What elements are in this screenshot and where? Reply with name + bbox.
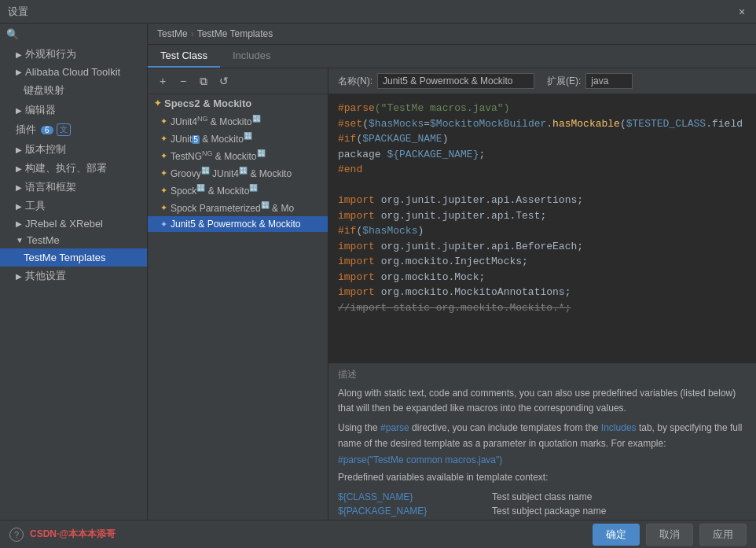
desc-text2: Using the #parse directive, you can incl… [338, 421, 747, 451]
name-field: 名称(N): [338, 73, 534, 89]
sidebar-item-jrebel[interactable]: ▶ JRebel & XRebel [0, 215, 147, 232]
sidebar-item-editor[interactable]: ▶ 编辑器 [0, 101, 147, 120]
item-label: Spock Parameterized🔣 & Mo [171, 201, 294, 214]
search-icon: 🔍 [6, 28, 19, 40]
sidebar-item-testme-templates[interactable]: TestMe Templates [0, 248, 147, 267]
tab-test-class[interactable]: Test Class [148, 45, 220, 68]
item-icon: ✦ [160, 168, 167, 178]
chevron-icon: ▶ [16, 272, 22, 281]
name-input[interactable] [377, 73, 534, 89]
item-icon: ✦ [160, 186, 167, 196]
help-button[interactable]: ? [9, 528, 24, 542]
chevron-icon: ▶ [16, 202, 22, 211]
star-icon: ✦ [154, 98, 161, 108]
template-item-0[interactable]: ✦ JUnit4NG & Mockito🔣 [148, 112, 328, 130]
tab-includes[interactable]: Includes [220, 45, 283, 68]
item-icon: ✦ [160, 203, 167, 213]
code-line-9: import org.junit.jupiter.api.BeforeEach; [338, 239, 747, 255]
reset-button[interactable]: ↺ [215, 72, 233, 90]
main-content: 🔍 ▶ 外观和行为 ▶ Alibaba Cloud Toolkit 键盘映射 ▶… [0, 24, 756, 520]
parse-link: #parse [380, 422, 409, 433]
item-label: Spock🔣 & Mockito🔣 [171, 184, 258, 197]
search-bar: 🔍 [0, 24, 147, 45]
sidebar-item-label: TestMe [27, 234, 60, 246]
desc-text3: Predefined variables available in templa… [338, 470, 747, 485]
plugin-badge: 6 [41, 126, 53, 134]
sidebar-item-alibaba[interactable]: ▶ Alibaba Cloud Toolkit [0, 64, 147, 80]
item-label: JUnit5 & Mockito🔣 [171, 132, 252, 145]
sidebar-item-appearance[interactable]: ▶ 外观和行为 [0, 45, 147, 64]
watermark: CSDN·@本本本添哥 [30, 528, 116, 541]
template-item-5[interactable]: ✦ Spock Parameterized🔣 & Mo [148, 199, 328, 216]
template-group-label: Specs2 & Mockito [164, 97, 251, 109]
description-area: 描述 Along with static text, code and comm… [328, 362, 756, 520]
editor-header: 名称(N): 扩展(E): [328, 68, 756, 94]
code-editor[interactable]: #parse("TestMe macros.java") #set($hasMo… [328, 94, 756, 362]
code-line-8: #if($hasMocks) [338, 223, 747, 239]
includes-link: Includes [601, 422, 637, 433]
sidebar-item-keyboard[interactable]: 键盘映射 [0, 80, 147, 101]
plugin-badge-zh: 文 [57, 123, 71, 136]
code-line-2: #set($hasMocks=$MockitoMockBuilder.hasMo… [338, 116, 747, 132]
sidebar-item-other[interactable]: ▶ 其他设置 [0, 267, 147, 285]
copy-button[interactable]: ⧉ [195, 72, 212, 90]
chevron-icon: ▼ [16, 236, 24, 245]
extension-field: 扩展(E): [547, 73, 633, 89]
desc-var-row-0: ${CLASS_NAME} Test subject class name [338, 491, 747, 502]
desc-example: #parse("TestMe common macros.java") [338, 454, 747, 465]
chevron-icon: ▶ [16, 50, 22, 59]
sidebar-item-version[interactable]: ▶ 版本控制 [0, 140, 147, 159]
sidebar-item-label: 其他设置 [25, 269, 66, 283]
extension-input[interactable] [585, 73, 633, 89]
settings-window: 设置 × 🔍 ▶ 外观和行为 ▶ Alibaba Cloud Toolkit 键… [0, 0, 756, 548]
code-line-4: package ${PACKAGE_NAME}; [338, 147, 747, 163]
chevron-icon: ▶ [16, 164, 22, 173]
breadcrumb: TestMe › TestMe Templates [148, 24, 756, 45]
template-item-2[interactable]: ✦ TestNGNG & Mockito🔣 [148, 147, 328, 164]
sidebar-item-plugins[interactable]: 插件 6 文 [0, 120, 147, 140]
template-item-6[interactable]: ✦ Junit5 & Powermock & Mockito [148, 216, 328, 232]
desc-var-val-0: Test subject class name [492, 491, 592, 502]
code-line-5: #end [338, 162, 747, 178]
title-bar: 设置 × [0, 0, 756, 24]
sidebar-item-label: 工具 [25, 199, 46, 213]
template-item-1[interactable]: ✦ JUnit5 & Mockito🔣 [148, 130, 328, 147]
sidebar-item-label: TestMe Templates [24, 252, 106, 263]
chevron-icon: ▶ [16, 219, 22, 228]
item-label: Junit5 & Powermock & Mockito [171, 219, 300, 230]
close-button[interactable]: × [736, 6, 748, 18]
sidebar-item-label: JRebel & XRebel [25, 218, 103, 230]
sidebar: 🔍 ▶ 外观和行为 ▶ Alibaba Cloud Toolkit 键盘映射 ▶… [0, 24, 148, 520]
breadcrumb-root: TestMe [157, 28, 188, 39]
sidebar-item-label: 语言和框架 [25, 180, 76, 194]
template-group[interactable]: ✦ Specs2 & Mockito [148, 94, 328, 112]
desc-var-val-1: Test subject package name [492, 506, 606, 517]
template-item-4[interactable]: ✦ Spock🔣 & Mockito🔣 [148, 182, 328, 199]
sidebar-item-lang[interactable]: ▶ 语言和框架 [0, 178, 147, 197]
sidebar-item-label: 插件 [16, 123, 36, 137]
sidebar-item-label: 版本控制 [25, 142, 66, 156]
breadcrumb-sep: › [191, 28, 194, 39]
code-line-13: //import static org.mockito.Mockito.*; [338, 300, 747, 316]
window-title: 设置 [8, 5, 28, 19]
add-button[interactable]: + [154, 72, 171, 90]
item-label: Groovy🔣 JUnit4🔣 & Mockito [171, 167, 292, 179]
chevron-icon: ▶ [16, 106, 22, 115]
remove-button[interactable]: − [174, 72, 192, 90]
toolbar: + − ⧉ ↺ [148, 68, 328, 94]
sidebar-item-build[interactable]: ▶ 构建、执行、部署 [0, 159, 147, 178]
cancel-button[interactable]: 取消 [646, 524, 693, 546]
sidebar-item-testme[interactable]: ▼ TestMe [0, 232, 147, 248]
code-line-1: #parse("TestMe macros.java") [338, 101, 747, 116]
apply-button[interactable]: 应用 [699, 524, 747, 546]
template-item-3[interactable]: ✦ Groovy🔣 JUnit4🔣 & Mockito [148, 164, 328, 182]
sidebar-item-tools[interactable]: ▶ 工具 [0, 197, 147, 215]
desc-var-key-1: ${PACKAGE_NAME} [338, 506, 479, 517]
extension-label: 扩展(E): [547, 75, 581, 88]
chevron-icon: ▶ [16, 68, 22, 76]
item-label: TestNGNG & Mockito🔣 [171, 149, 266, 162]
ok-button[interactable]: 确定 [593, 524, 640, 546]
desc-var-key-0: ${CLASS_NAME} [338, 491, 479, 502]
search-input[interactable] [22, 29, 141, 40]
sidebar-item-label: 外观和行为 [25, 47, 76, 61]
